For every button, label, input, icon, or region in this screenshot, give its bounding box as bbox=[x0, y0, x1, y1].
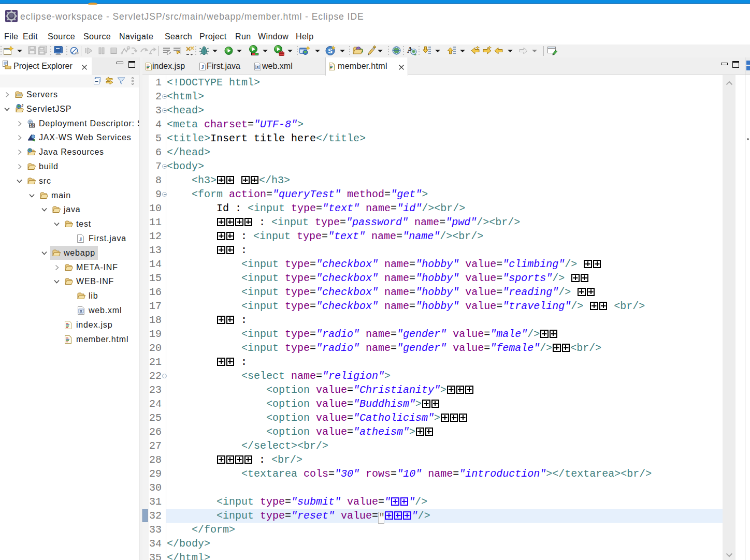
svg-text:5.0: 5.0 bbox=[30, 123, 34, 127]
svg-text:J: J bbox=[79, 236, 82, 242]
svg-text:J: J bbox=[201, 64, 204, 70]
svg-text:X: X bbox=[256, 65, 259, 69]
svg-text:J: J bbox=[21, 104, 23, 108]
svg-text:X: X bbox=[80, 309, 83, 314]
